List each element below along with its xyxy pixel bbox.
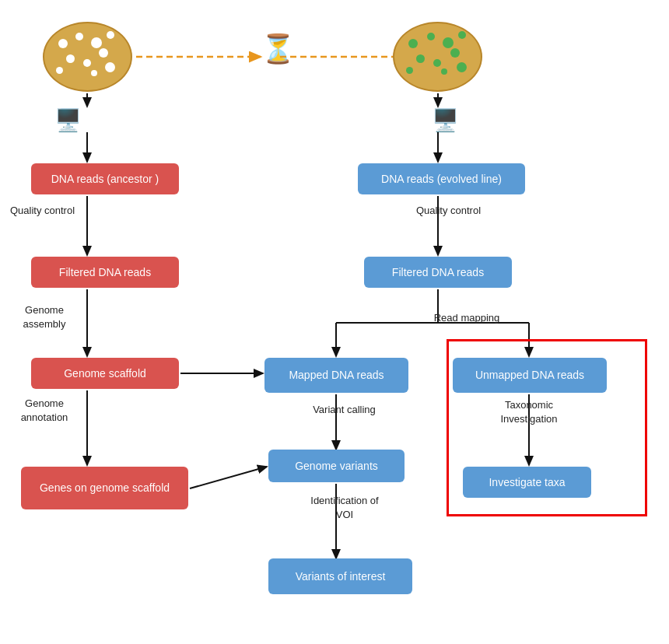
filtered-dna-reads-evolved-box: Filtered DNA reads (364, 257, 512, 288)
identification-voi-label: Identification of VOI (302, 494, 387, 522)
filtered-dna-reads-ancestor-box: Filtered DNA reads (31, 257, 179, 288)
hourglass-icon: ⏳ (261, 33, 296, 65)
genome-annotation-label: Genome annotation (9, 397, 79, 425)
dna-reads-evolved-box: DNA reads (evolved line) (358, 163, 525, 194)
mapped-dna-reads-box: Mapped DNA reads (264, 358, 408, 393)
scanner-left-icon: 🖥️ (54, 107, 82, 133)
genome-variants-box: Genome variants (268, 450, 405, 482)
unmapped-dna-reads-box: Unmapped DNA reads (453, 358, 607, 393)
genes-on-genome-scaffold-box: Genes on genome scaffold (21, 467, 188, 509)
diagram: ⏳ 🖥️ 🖥️ (0, 0, 669, 644)
svg-line-18 (190, 467, 267, 488)
genome-scaffold-box: Genome scaffold (31, 358, 179, 389)
read-mapping-label: Read mapping (424, 311, 510, 325)
investigate-taxa-box: Investigate taxa (463, 467, 591, 498)
petri-dish-ancestor (43, 22, 132, 92)
genome-assembly-label: Genome assembly (9, 303, 79, 331)
scanner-right-icon: 🖥️ (432, 107, 459, 133)
quality-control-right-label: Quality control (415, 204, 482, 218)
quality-control-left-label: Quality control (9, 204, 75, 218)
dna-reads-ancestor-box: DNA reads (ancestor ) (31, 163, 179, 194)
variants-of-interest-box: Variants of interest (268, 558, 412, 594)
petri-dish-evolved (393, 22, 482, 92)
arrows-overlay (0, 0, 669, 644)
variant-calling-label: Variant calling (303, 403, 385, 417)
taxonomic-investigation-label: Taxonomic Investigation (482, 398, 576, 426)
